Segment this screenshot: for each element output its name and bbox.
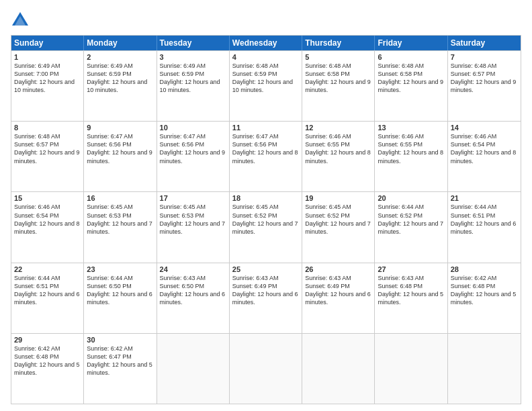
day-number: 20 [378, 194, 444, 202]
day-number: 6 [378, 53, 444, 61]
day-cell-6: 6Sunrise: 6:48 AMSunset: 6:58 PMDaylight… [375, 51, 447, 121]
calendar-row-5: 29Sunrise: 6:42 AMSunset: 6:48 PMDayligh… [11, 333, 521, 404]
day-cell-27: 27Sunrise: 6:43 AMSunset: 6:48 PMDayligh… [375, 263, 447, 333]
header-friday: Friday [375, 36, 447, 50]
logo [11, 11, 32, 30]
day-number: 3 [160, 53, 226, 61]
header-sunday: Sunday [11, 36, 84, 50]
calendar: Sunday Monday Tuesday Wednesday Thursday… [11, 35, 521, 404]
day-number: 18 [232, 194, 299, 202]
day-number: 8 [14, 124, 81, 132]
day-cell-3: 3Sunrise: 6:49 AMSunset: 6:59 PMDaylight… [157, 51, 230, 121]
day-info: Sunrise: 6:43 AMSunset: 6:49 PMDaylight:… [305, 274, 371, 307]
day-cell-30: 30Sunrise: 6:42 AMSunset: 6:47 PMDayligh… [84, 334, 157, 404]
day-cell-25: 25Sunrise: 6:43 AMSunset: 6:49 PMDayligh… [230, 263, 302, 333]
day-number: 5 [305, 53, 371, 61]
header-monday: Monday [84, 36, 157, 50]
day-number: 7 [451, 53, 518, 61]
day-number: 11 [232, 124, 299, 132]
day-info: Sunrise: 6:47 AMSunset: 6:56 PMDaylight:… [160, 132, 226, 165]
day-cell-22: 22Sunrise: 6:44 AMSunset: 6:51 PMDayligh… [11, 263, 84, 333]
day-info: Sunrise: 6:43 AMSunset: 6:48 PMDaylight:… [378, 274, 444, 307]
day-cell-14: 14Sunrise: 6:46 AMSunset: 6:54 PMDayligh… [448, 122, 521, 191]
day-cell-5: 5Sunrise: 6:48 AMSunset: 6:58 PMDaylight… [302, 51, 375, 121]
day-cell-9: 9Sunrise: 6:47 AMSunset: 6:56 PMDaylight… [84, 122, 157, 191]
day-info: Sunrise: 6:47 AMSunset: 6:56 PMDaylight:… [232, 132, 299, 165]
day-number: 24 [160, 265, 226, 273]
day-cell-26: 26Sunrise: 6:43 AMSunset: 6:49 PMDayligh… [302, 263, 375, 333]
day-number: 19 [305, 194, 371, 202]
day-cell-7: 7Sunrise: 6:48 AMSunset: 6:57 PMDaylight… [448, 51, 521, 121]
day-info: Sunrise: 6:42 AMSunset: 6:48 PMDaylight:… [14, 345, 81, 377]
day-number: 25 [232, 265, 299, 273]
logo-icon [11, 11, 30, 30]
day-info: Sunrise: 6:48 AMSunset: 6:57 PMDaylight:… [451, 62, 518, 95]
day-info: Sunrise: 6:45 AMSunset: 6:52 PMDaylight:… [232, 203, 299, 236]
day-cell-13: 13Sunrise: 6:46 AMSunset: 6:55 PMDayligh… [375, 122, 447, 191]
day-number: 10 [160, 124, 226, 132]
day-number: 28 [451, 265, 518, 273]
day-number: 23 [87, 265, 153, 273]
day-cell-10: 10Sunrise: 6:47 AMSunset: 6:56 PMDayligh… [157, 122, 230, 191]
day-cell-24: 24Sunrise: 6:43 AMSunset: 6:50 PMDayligh… [157, 263, 230, 333]
day-number: 27 [378, 265, 444, 273]
day-cell-4: 4Sunrise: 6:48 AMSunset: 6:59 PMDaylight… [230, 51, 302, 121]
day-cell-17: 17Sunrise: 6:45 AMSunset: 6:53 PMDayligh… [157, 192, 230, 262]
day-info: Sunrise: 6:48 AMSunset: 6:57 PMDaylight:… [14, 132, 81, 165]
header-tuesday: Tuesday [157, 36, 230, 50]
day-cell-18: 18Sunrise: 6:45 AMSunset: 6:52 PMDayligh… [230, 192, 302, 262]
day-info: Sunrise: 6:48 AMSunset: 6:58 PMDaylight:… [305, 62, 371, 95]
day-number: 29 [14, 336, 81, 344]
day-info: Sunrise: 6:44 AMSunset: 6:52 PMDaylight:… [378, 203, 444, 236]
day-info: Sunrise: 6:49 AMSunset: 6:59 PMDaylight:… [160, 62, 226, 95]
day-info: Sunrise: 6:46 AMSunset: 6:54 PMDaylight:… [14, 203, 81, 236]
day-info: Sunrise: 6:46 AMSunset: 6:55 PMDaylight:… [378, 132, 444, 165]
calendar-row-3: 15Sunrise: 6:46 AMSunset: 6:54 PMDayligh… [11, 191, 521, 262]
day-cell-1: 1Sunrise: 6:49 AMSunset: 7:00 PMDaylight… [11, 51, 84, 121]
header-wednesday: Wednesday [230, 36, 302, 50]
day-info: Sunrise: 6:49 AMSunset: 7:00 PMDaylight:… [14, 62, 81, 95]
day-info: Sunrise: 6:44 AMSunset: 6:51 PMDaylight:… [14, 274, 81, 307]
day-cell-23: 23Sunrise: 6:44 AMSunset: 6:50 PMDayligh… [84, 263, 157, 333]
day-info: Sunrise: 6:48 AMSunset: 6:58 PMDaylight:… [378, 62, 444, 95]
day-cell-29: 29Sunrise: 6:42 AMSunset: 6:48 PMDayligh… [11, 334, 84, 404]
day-number: 16 [87, 194, 153, 202]
day-number: 17 [160, 194, 226, 202]
empty-cell [375, 334, 447, 404]
day-cell-2: 2Sunrise: 6:49 AMSunset: 6:59 PMDaylight… [84, 51, 157, 121]
day-info: Sunrise: 6:45 AMSunset: 6:52 PMDaylight:… [305, 203, 371, 236]
day-cell-19: 19Sunrise: 6:45 AMSunset: 6:52 PMDayligh… [302, 192, 375, 262]
day-info: Sunrise: 6:47 AMSunset: 6:56 PMDaylight:… [87, 132, 153, 165]
day-info: Sunrise: 6:43 AMSunset: 6:49 PMDaylight:… [232, 274, 299, 307]
empty-cell [230, 334, 302, 404]
day-number: 14 [451, 124, 518, 132]
day-info: Sunrise: 6:42 AMSunset: 6:47 PMDaylight:… [87, 345, 153, 377]
day-number: 30 [87, 336, 153, 344]
calendar-row-4: 22Sunrise: 6:44 AMSunset: 6:51 PMDayligh… [11, 263, 521, 333]
day-number: 22 [14, 265, 81, 273]
day-cell-21: 21Sunrise: 6:44 AMSunset: 6:51 PMDayligh… [448, 192, 521, 262]
calendar-row-2: 8Sunrise: 6:48 AMSunset: 6:57 PMDaylight… [11, 121, 521, 191]
day-number: 9 [87, 124, 153, 132]
header-saturday: Saturday [448, 36, 521, 50]
day-cell-28: 28Sunrise: 6:42 AMSunset: 6:48 PMDayligh… [448, 263, 521, 333]
day-info: Sunrise: 6:44 AMSunset: 6:50 PMDaylight:… [87, 274, 153, 307]
day-number: 1 [14, 53, 81, 61]
day-number: 21 [451, 194, 518, 202]
empty-cell [157, 334, 230, 404]
calendar-body: 1Sunrise: 6:49 AMSunset: 7:00 PMDaylight… [11, 50, 521, 404]
empty-cell [448, 334, 521, 404]
day-info: Sunrise: 6:48 AMSunset: 6:59 PMDaylight:… [232, 62, 299, 95]
day-info: Sunrise: 6:45 AMSunset: 6:53 PMDaylight:… [87, 203, 153, 236]
day-number: 15 [14, 194, 81, 202]
day-cell-15: 15Sunrise: 6:46 AMSunset: 6:54 PMDayligh… [11, 192, 84, 262]
day-info: Sunrise: 6:46 AMSunset: 6:54 PMDaylight:… [451, 132, 518, 165]
day-info: Sunrise: 6:43 AMSunset: 6:50 PMDaylight:… [160, 274, 226, 307]
calendar-row-1: 1Sunrise: 6:49 AMSunset: 7:00 PMDaylight… [11, 50, 521, 121]
day-number: 2 [87, 53, 153, 61]
day-cell-20: 20Sunrise: 6:44 AMSunset: 6:52 PMDayligh… [375, 192, 447, 262]
header-thursday: Thursday [302, 36, 375, 50]
day-cell-12: 12Sunrise: 6:46 AMSunset: 6:55 PMDayligh… [302, 122, 375, 191]
day-info: Sunrise: 6:44 AMSunset: 6:51 PMDaylight:… [451, 203, 518, 236]
day-number: 13 [378, 124, 444, 132]
